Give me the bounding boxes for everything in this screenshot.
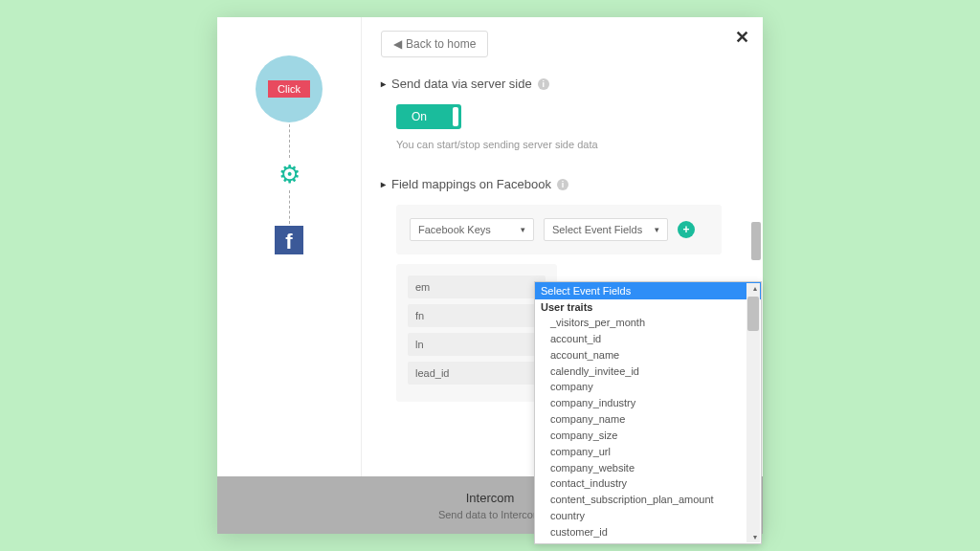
- event-fields-dropdown: Select Event Fields User traits _visitor…: [534, 281, 762, 544]
- scrollbar-thumb[interactable]: [751, 222, 761, 260]
- dropdown-item[interactable]: account_name: [535, 347, 761, 364]
- dropdown-item[interactable]: _visitors_per_month: [535, 315, 761, 331]
- dropdown-scrollbar-thumb[interactable]: [747, 297, 759, 331]
- mapping-row: Facebook Keys ▾ Select Event Fields ▾ +: [396, 205, 722, 254]
- facebook-icon: f: [275, 226, 303, 254]
- dropdown-item[interactable]: account_id: [535, 331, 761, 347]
- dropdown-item[interactable]: customer_id: [535, 524, 761, 540]
- info-icon[interactable]: i: [557, 179, 568, 190]
- dropdown-item[interactable]: company_website: [535, 460, 761, 476]
- info-icon[interactable]: i: [538, 78, 549, 90]
- dropdown-item[interactable]: company: [535, 379, 761, 395]
- mapped-keys-list: em fn ln lead_id: [396, 264, 557, 402]
- chevron-left-icon: ◀: [393, 37, 402, 51]
- chevron-right-icon: ▸: [381, 179, 386, 189]
- dropdown-item[interactable]: calendly_invitee_id: [535, 364, 761, 380]
- dropdown-selected[interactable]: Select Event Fields: [535, 282, 761, 299]
- connector-line: [289, 190, 290, 224]
- gear-node: ⚙: [275, 160, 303, 188]
- dropdown-item[interactable]: deal_amount: [535, 540, 761, 544]
- server-side-note: You can start/stop sending server side d…: [396, 139, 744, 150]
- dropdown-item[interactable]: content_subscription_plan_amount: [535, 492, 761, 508]
- section-title: Send data via server side: [391, 77, 532, 91]
- facebook-keys-select[interactable]: Facebook Keys ▾: [410, 218, 534, 241]
- toggle-label: On: [412, 110, 427, 123]
- mapped-key-item[interactable]: ln: [408, 333, 546, 356]
- section-title: Field mappings on Facebook: [391, 177, 551, 191]
- dropdown-item[interactable]: company_name: [535, 411, 761, 428]
- footer-title: Intercom: [466, 491, 515, 505]
- click-badge: Click: [268, 80, 310, 98]
- chevron-right-icon: ▸: [381, 78, 386, 89]
- mapped-key-item[interactable]: lead_id: [408, 362, 546, 385]
- section-field-mappings[interactable]: ▸ Field mappings on Facebook i: [381, 177, 744, 191]
- footer-sub: Send data to Intercom: [438, 509, 542, 520]
- scroll-up-icon[interactable]: ▴: [753, 284, 757, 293]
- chevron-down-icon: ▾: [521, 225, 525, 234]
- connector-line: [289, 124, 290, 158]
- select-label: Select Event Fields: [552, 224, 642, 235]
- section-server-side[interactable]: ▸ Send data via server side i: [381, 77, 744, 91]
- server-side-toggle[interactable]: On: [396, 104, 461, 129]
- dropdown-item[interactable]: country: [535, 508, 761, 524]
- dropdown-group-label: User traits: [535, 299, 761, 315]
- flow-sidebar: Click ⚙ f: [217, 17, 361, 476]
- mapped-key-item[interactable]: fn: [408, 304, 546, 327]
- dropdown-item[interactable]: company_url: [535, 444, 761, 460]
- dropdown-scrollbar[interactable]: ▴ ▾: [746, 283, 760, 542]
- select-label: Facebook Keys: [418, 224, 491, 235]
- chevron-down-icon: ▾: [655, 225, 659, 234]
- dropdown-item[interactable]: company_size: [535, 428, 761, 444]
- add-mapping-button[interactable]: +: [678, 221, 695, 238]
- click-node: Click: [256, 55, 323, 122]
- back-label: Back to home: [406, 37, 476, 51]
- close-icon[interactable]: ✕: [735, 27, 749, 48]
- toggle-handle: [453, 107, 458, 126]
- gear-icon: ⚙: [278, 160, 301, 189]
- dropdown-item[interactable]: contact_industry: [535, 475, 761, 492]
- mapped-key-item[interactable]: em: [408, 276, 546, 298]
- dropdown-items: _visitors_per_monthaccount_idaccount_nam…: [535, 315, 761, 544]
- scroll-down-icon[interactable]: ▾: [753, 533, 757, 541]
- event-fields-select[interactable]: Select Event Fields ▾: [544, 218, 668, 241]
- dropdown-item[interactable]: company_industry: [535, 395, 761, 411]
- back-home-button[interactable]: ◀ Back to home: [381, 31, 488, 57]
